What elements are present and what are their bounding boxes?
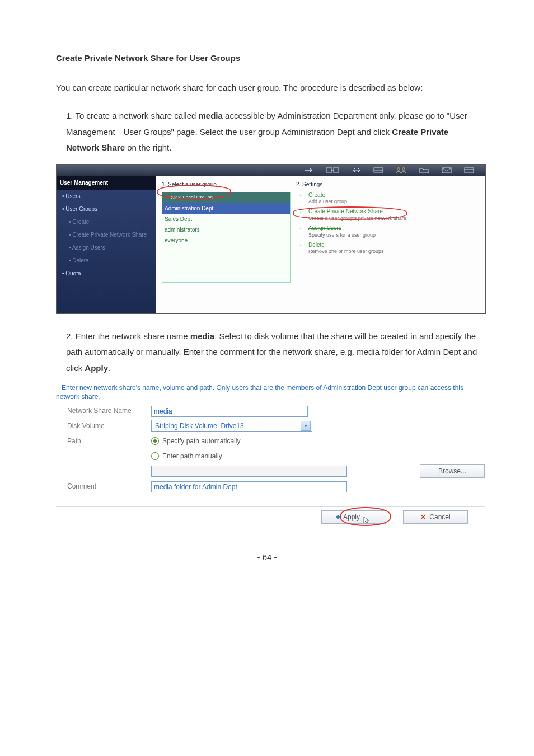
step-1-label: 1. Select a user group (162, 179, 291, 190)
desc-delete-group: Remove one or more user groups (308, 248, 384, 255)
link-create-group[interactable]: Create (308, 192, 347, 199)
sidebar-header: User Management (57, 176, 156, 190)
disk-volume-value: Striping Disk Volume: Drive13 (155, 420, 244, 433)
radio-path-manual[interactable] (151, 452, 159, 460)
disk-volume-select[interactable]: Striping Disk Volume: Drive13 ▾ (151, 420, 312, 432)
apply-button[interactable]: Apply (321, 510, 386, 524)
label-comment: Comment (56, 480, 151, 493)
step2-apply: Apply (85, 363, 108, 373)
radio-path-auto[interactable] (151, 437, 159, 445)
mail-icon (442, 167, 452, 173)
step-2-label: 2. Settings (296, 179, 480, 190)
screenshot-user-management: User Management • Users • User Groups • … (56, 164, 486, 314)
sidebar-item-users[interactable]: • Users (57, 190, 156, 203)
form-note: – Enter new network share's name, volume… (56, 384, 485, 401)
user-group-list[interactable]: — NAS Local Groups — Administration Dept… (162, 192, 291, 283)
toolbar (57, 165, 485, 176)
list-item[interactable]: Administration Dept (162, 203, 290, 214)
list-item[interactable]: administrators (162, 224, 290, 235)
step2-end: . (108, 363, 110, 373)
manual-path-input[interactable] (151, 466, 347, 477)
cpns-icon: ◦ (296, 208, 305, 215)
delete-group-icon: ◦ (296, 242, 305, 248)
link-create-private-network-share[interactable]: Create Private Network Share (308, 208, 406, 215)
list-header: — NAS Local Groups — (162, 192, 290, 203)
step1-lead: 1. To create a network share called (66, 111, 199, 120)
svg-point-5 (402, 167, 405, 170)
svg-point-4 (397, 167, 400, 170)
assign-users-icon: ◦ (296, 225, 305, 232)
list-item[interactable]: Sales Dept (162, 214, 290, 224)
page-number: - 64 - (56, 527, 478, 566)
radio-path-manual-label: Enter path manually (162, 450, 222, 463)
intro-paragraph: You can create particular network share … (56, 80, 478, 96)
svg-rect-1 (334, 167, 338, 173)
browse-button[interactable]: Browse... (420, 464, 485, 478)
label-share-name: Network Share Name (56, 405, 151, 417)
close-icon: ✕ (420, 511, 426, 524)
sidebar-item-user-groups[interactable]: • User Groups (57, 203, 156, 215)
list-item[interactable]: everyone (162, 235, 290, 246)
comment-input[interactable] (151, 481, 347, 492)
share-name-input[interactable] (151, 406, 308, 417)
desc-cpns: Create a user group's private network sh… (308, 215, 406, 222)
step2-lead: 2. Enter the network share name (66, 331, 190, 341)
desc-create-group: Add a user group (308, 199, 347, 205)
toolbar-icon (373, 167, 383, 173)
sidebar-sub-create[interactable]: • Create (57, 215, 156, 228)
section-heading: Create Private Network Share for User Gr… (56, 50, 478, 67)
sidebar-sub-assign-users[interactable]: • Assign Users (57, 241, 156, 254)
step1-end: on the right. (125, 143, 171, 152)
svg-rect-0 (327, 167, 331, 173)
link-assign-users[interactable]: Assign Users (308, 225, 376, 232)
apply-dot-icon (336, 515, 340, 519)
desc-assign-users: Specify users for a user group (308, 232, 376, 238)
cancel-button[interactable]: ✕ Cancel (403, 510, 468, 524)
radio-path-auto-label: Specify path automatically (162, 435, 240, 448)
window-icon (464, 167, 474, 173)
link-delete-group[interactable]: Delete (308, 242, 384, 249)
screenshot-create-share-form: – Enter new network share's name, volume… (56, 384, 485, 527)
sidebar-sub-delete[interactable]: • Delete (57, 254, 156, 267)
users-icon (396, 167, 407, 173)
toolbar-icon (351, 167, 361, 173)
sidebar-sub-cpns[interactable]: • Create Private Network Share (57, 228, 156, 241)
cursor-icon (363, 516, 371, 524)
step1-media: media (199, 111, 223, 120)
toolbar-icon (326, 167, 339, 173)
create-group-icon: ◦ (296, 192, 305, 199)
label-path: Path (56, 435, 151, 448)
folder-icon (419, 167, 429, 173)
step2-media: media (190, 331, 214, 341)
label-disk-volume: Disk Volume (56, 420, 151, 433)
toolbar-icon (304, 167, 314, 173)
svg-rect-7 (465, 168, 474, 173)
chevron-down-icon: ▾ (301, 421, 311, 431)
sidebar-item-quota[interactable]: • Quota (57, 267, 156, 280)
